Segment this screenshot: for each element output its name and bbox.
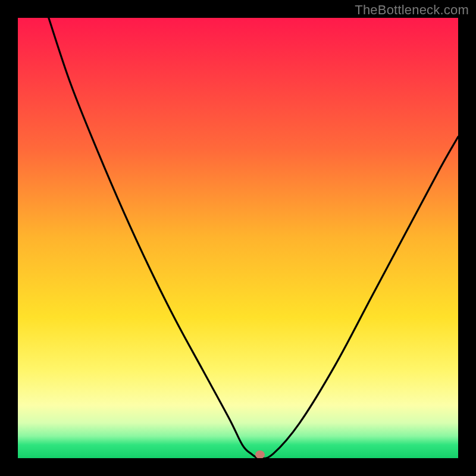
chart-frame: TheBottleneck.com [0,0,476,476]
plot-area [18,18,458,458]
optimal-point-marker [255,450,265,458]
bottleneck-curve [49,18,458,458]
watermark-text: TheBottleneck.com [355,2,469,18]
curve-layer [18,18,458,458]
